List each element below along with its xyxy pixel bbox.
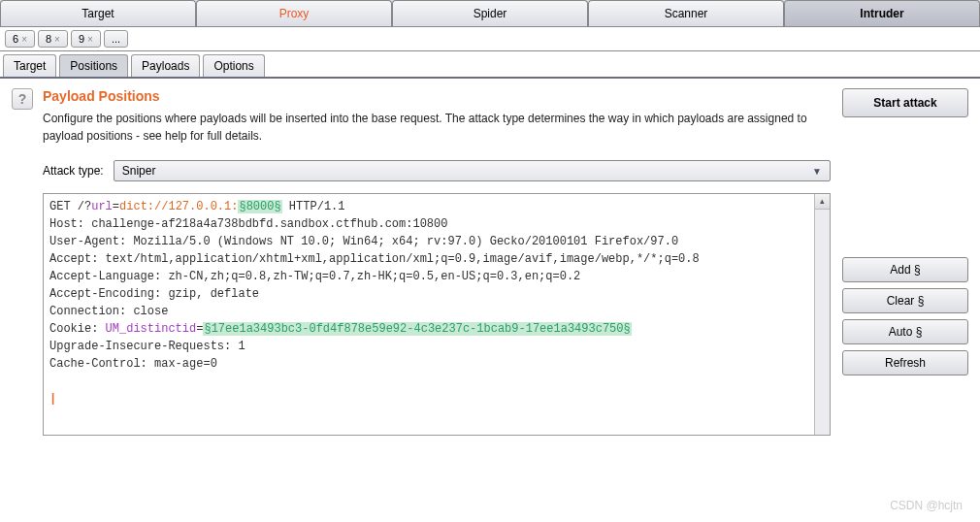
- start-attack-button[interactable]: Start attack: [842, 88, 968, 117]
- close-icon[interactable]: ×: [54, 34, 60, 45]
- req-line: Connection: close: [49, 305, 168, 318]
- payload-marker: §17ee1a3493bc3-0fd4f878e59e92-4c3e237c-1…: [203, 322, 631, 336]
- req-value: dict://127.0.0.1:: [119, 200, 238, 213]
- right-column: Start attack Add § Clear § Auto § Refres…: [842, 88, 968, 443]
- subtab-options[interactable]: Options: [203, 54, 264, 77]
- numbered-tabs-row: 6× 8× 9× ...: [0, 27, 980, 51]
- tab-target[interactable]: Target: [0, 0, 196, 26]
- top-tab-bar: Target Proxy Spider Scanner Intruder: [0, 0, 980, 27]
- tab-proxy[interactable]: Proxy: [196, 0, 392, 26]
- attack-type-select[interactable]: Sniper ▼: [114, 160, 831, 181]
- req-text: Cookie:: [49, 322, 106, 336]
- req-text: HTTP/1.1: [282, 200, 345, 213]
- num-tab-label: 9: [79, 33, 84, 45]
- req-param: url: [91, 200, 113, 213]
- payload-marker: §8000§: [238, 200, 281, 213]
- header-row: ? Payload Positions Configure the positi…: [12, 88, 831, 436]
- req-line: Accept-Encoding: gzip, deflate: [49, 287, 259, 301]
- num-tab-more[interactable]: ...: [104, 30, 128, 48]
- num-tab-9[interactable]: 9×: [71, 30, 101, 48]
- num-tab-label: 6: [13, 33, 18, 45]
- num-tab-6[interactable]: 6×: [5, 30, 35, 48]
- tab-scanner[interactable]: Scanner: [588, 0, 784, 26]
- req-line: Accept-Language: zh-CN,zh;q=0.8,zh-TW;q=…: [49, 270, 580, 283]
- intruder-subtabs: Target Positions Payloads Options: [0, 51, 980, 79]
- page-title: Payload Positions: [43, 88, 831, 104]
- num-tab-label: 8: [46, 33, 51, 45]
- clear-marker-button[interactable]: Clear §: [842, 288, 968, 313]
- close-icon[interactable]: ×: [21, 34, 27, 45]
- req-text: =: [113, 200, 119, 213]
- req-param: UM_distinctid: [106, 322, 197, 336]
- refresh-button[interactable]: Refresh: [842, 350, 968, 375]
- chevron-down-icon: ▼: [812, 166, 822, 177]
- req-line: User-Agent: Mozilla/5.0 (Windows NT 10.0…: [49, 235, 678, 248]
- attack-type-label: Attack type:: [43, 164, 104, 178]
- req-text: GET /?: [49, 200, 91, 213]
- left-column: ? Payload Positions Configure the positi…: [12, 88, 831, 443]
- help-button[interactable]: ?: [12, 88, 33, 110]
- tab-spider[interactable]: Spider: [392, 0, 588, 26]
- add-marker-button[interactable]: Add §: [842, 257, 968, 282]
- subtab-payloads[interactable]: Payloads: [131, 54, 200, 77]
- cursor-icon: |: [49, 392, 56, 406]
- content-area: ? Payload Positions Configure the positi…: [0, 79, 980, 449]
- auto-marker-button[interactable]: Auto §: [842, 319, 968, 344]
- subtab-positions[interactable]: Positions: [59, 54, 128, 77]
- scroll-up-icon[interactable]: ▴: [815, 194, 830, 210]
- request-editor[interactable]: GET /?url=dict://127.0.0.1:§8000§ HTTP/1…: [43, 193, 831, 436]
- spacer: [842, 123, 968, 251]
- req-line: Upgrade-Insecure-Requests: 1: [49, 340, 245, 353]
- num-tab-label: ...: [112, 33, 120, 45]
- attack-type-row: Attack type: Sniper ▼: [43, 160, 831, 181]
- subtab-target[interactable]: Target: [3, 54, 56, 77]
- req-line: Host: challenge-af218a4a738bdbfd.sandbox…: [49, 217, 447, 231]
- tab-intruder[interactable]: Intruder: [784, 0, 980, 26]
- num-tab-8[interactable]: 8×: [38, 30, 68, 48]
- attack-type-value: Sniper: [122, 164, 156, 178]
- scrollbar[interactable]: ▴: [814, 194, 830, 435]
- req-line: Cache-Control: max-age=0: [49, 357, 217, 371]
- watermark: CSDN @hcjtn: [890, 499, 963, 512]
- close-icon[interactable]: ×: [87, 34, 93, 45]
- req-line: Accept: text/html,application/xhtml+xml,…: [49, 252, 700, 266]
- page-description: Configure the positions where payloads w…: [43, 110, 831, 145]
- request-editor-wrap: GET /?url=dict://127.0.0.1:§8000§ HTTP/1…: [43, 193, 831, 436]
